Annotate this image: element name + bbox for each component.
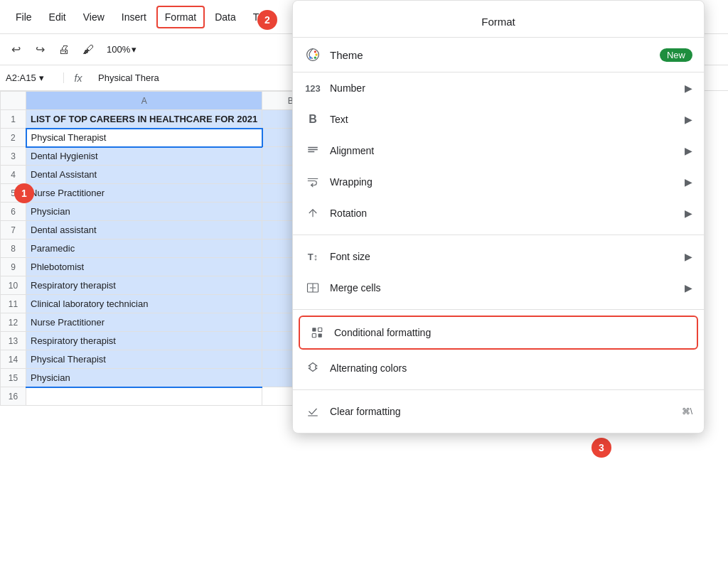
- alternating-icon: [304, 360, 321, 377]
- row-num-3: 3: [1, 147, 26, 166]
- clear-icon: [304, 403, 321, 420]
- theme-label: Theme: [330, 49, 363, 61]
- corner-header: [1, 92, 26, 110]
- theme-icon: [304, 46, 321, 63]
- format-clear-item[interactable]: Clear formatting ⌘\: [293, 396, 704, 427]
- format-conditional-item[interactable]: Conditional formatting: [299, 316, 698, 350]
- svg-point-4: [309, 57, 311, 59]
- cell-a16[interactable]: [26, 387, 262, 406]
- cell-a9[interactable]: Phlebotomist: [26, 258, 262, 276]
- zoom-dropdown-icon: ▾: [132, 44, 136, 55]
- row-num-4: 4: [1, 166, 26, 184]
- merge-label: Merge cells: [330, 282, 381, 294]
- rotation-label: Rotation: [330, 208, 367, 219]
- wrapping-label: Wrapping: [330, 176, 373, 188]
- row-num-12: 12: [1, 313, 26, 332]
- cell-ref-dropdown[interactable]: ▾: [39, 72, 44, 83]
- row-num-8: 8: [1, 239, 26, 258]
- number-icon: 123: [304, 80, 321, 97]
- cell-a13[interactable]: Respiratory therapist: [26, 332, 262, 350]
- col-a-header[interactable]: A: [26, 92, 262, 110]
- paint-format-button[interactable]: 🖌: [78, 40, 98, 60]
- text-label: Text: [330, 114, 348, 125]
- row-num-11: 11: [1, 295, 26, 313]
- cell-a11[interactable]: Clinical laboratory technician: [26, 295, 262, 313]
- menu-edit[interactable]: Edit: [42, 7, 73, 27]
- format-theme-item[interactable]: Theme New: [293, 38, 704, 72]
- alignment-arrow-icon: ▶: [685, 145, 692, 156]
- menu-data[interactable]: Data: [208, 7, 243, 27]
- svg-rect-10: [312, 328, 316, 331]
- clear-shortcut: ⌘\: [682, 406, 692, 416]
- svg-rect-11: [318, 328, 322, 331]
- fontsize-icon: T↕: [304, 248, 321, 265]
- alternating-label: Alternating colors: [330, 362, 407, 374]
- separator-2: [293, 309, 704, 310]
- cell-a10[interactable]: Respiratory therapist: [26, 276, 262, 295]
- cell-a2[interactable]: Physical Therapist: [26, 129, 262, 147]
- row-num-2: 2: [1, 129, 26, 147]
- format-alignment-item[interactable]: Alignment ▶: [293, 135, 704, 166]
- text-bold-icon: B: [304, 111, 321, 128]
- cell-a14[interactable]: Physical Therapist: [26, 350, 262, 369]
- row-num-15: 15: [1, 369, 26, 387]
- menu-file[interactable]: File: [9, 7, 39, 27]
- svg-rect-12: [312, 334, 316, 338]
- cell-a7[interactable]: Dental assistant: [26, 221, 262, 239]
- format-number-item[interactable]: 123 Number ▶: [293, 72, 704, 104]
- format-rotation-item[interactable]: Rotation ▶: [293, 198, 704, 229]
- step2-circle: 2: [257, 10, 277, 30]
- row-num-16: 16: [1, 387, 26, 406]
- zoom-selector[interactable]: 100% ▾: [102, 43, 141, 56]
- new-badge: New: [660, 48, 692, 62]
- row-num-10: 10: [1, 276, 26, 295]
- undo-button[interactable]: ↩: [6, 40, 26, 60]
- menu-view[interactable]: View: [76, 7, 112, 27]
- wrapping-icon: [304, 173, 321, 190]
- cell-reference: A2:A15 ▾: [0, 72, 64, 83]
- wrapping-arrow-icon: ▶: [685, 176, 692, 188]
- merge-arrow-icon: ▶: [685, 282, 692, 294]
- cell-a6[interactable]: Physician: [26, 203, 262, 221]
- svg-point-2: [315, 53, 317, 55]
- alignment-label: Alignment: [330, 145, 374, 156]
- row-num-7: 7: [1, 221, 26, 239]
- row-num-13: 13: [1, 332, 26, 350]
- text-arrow-icon: ▶: [685, 114, 692, 125]
- format-dropdown: Format Theme New 123 Number ▶ B Text ▶: [292, 0, 705, 433]
- redo-button[interactable]: ↪: [30, 40, 50, 60]
- print-button[interactable]: 🖨: [54, 40, 74, 60]
- cell-a12[interactable]: Nurse Practitioner: [26, 313, 262, 332]
- merge-icon: [304, 279, 321, 296]
- cell-a5[interactable]: Nurse Practitioner: [26, 184, 262, 203]
- row-num-6: 6: [1, 203, 26, 221]
- menu-insert[interactable]: Insert: [114, 7, 154, 27]
- format-menu-title: Format: [293, 6, 704, 38]
- separator-1: [293, 235, 704, 235]
- menu-format[interactable]: Format: [156, 6, 205, 28]
- svg-point-1: [314, 50, 316, 53]
- cell-a3[interactable]: Dental Hygienist: [26, 147, 262, 166]
- number-label: Number: [330, 82, 365, 94]
- clear-label: Clear formatting: [330, 406, 401, 417]
- cell-a4[interactable]: Dental Assistant: [26, 166, 262, 184]
- cell-a15[interactable]: Physician: [26, 369, 262, 387]
- fontsize-arrow-icon: ▶: [685, 251, 692, 262]
- row-num-9: 9: [1, 258, 26, 276]
- number-arrow-icon: ▶: [685, 82, 692, 94]
- alignment-icon: [304, 142, 321, 159]
- format-text-item[interactable]: B Text ▶: [293, 104, 704, 135]
- cell-a8[interactable]: Paramedic: [26, 239, 262, 258]
- format-wrapping-item[interactable]: Wrapping ▶: [293, 166, 704, 198]
- format-merge-item[interactable]: Merge cells ▶: [293, 272, 704, 303]
- cell-a1[interactable]: LIST OF TOP CAREERS IN HEALTHCARE FOR 20…: [26, 110, 262, 129]
- format-alternating-item[interactable]: Alternating colors: [293, 352, 704, 384]
- rotation-arrow-icon: ▶: [685, 208, 692, 219]
- rotation-icon: [304, 205, 321, 222]
- format-fontsize-item[interactable]: T↕ Font size ▶: [293, 241, 704, 272]
- row-num-14: 14: [1, 350, 26, 369]
- conditional-label: Conditional formatting: [334, 327, 431, 338]
- step1-circle: 1: [14, 183, 34, 203]
- conditional-icon: [309, 324, 326, 341]
- row-num-1: 1: [1, 110, 26, 129]
